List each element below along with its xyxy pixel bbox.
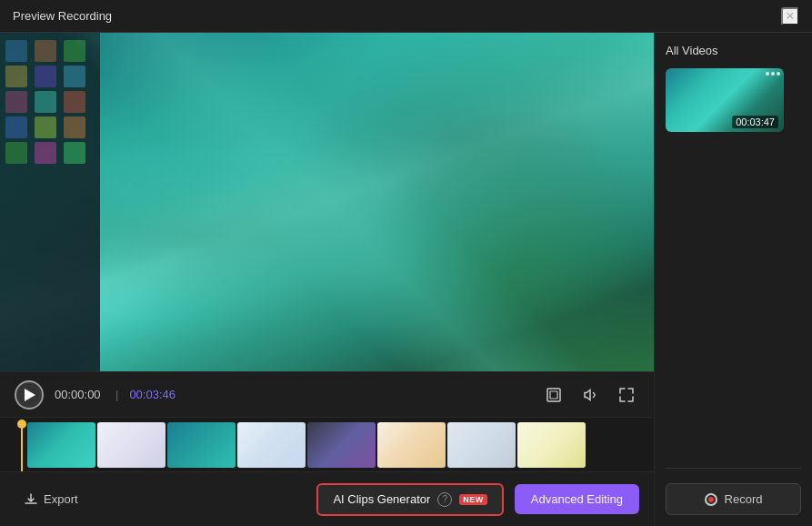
close-button[interactable]: × [781,7,799,25]
play-icon [25,389,35,401]
desktop-icons [0,33,100,171]
timeline-thumb [237,422,306,468]
help-icon: ? [437,492,452,507]
new-badge: NEW [459,494,487,505]
timeline-marker [20,418,23,471]
desktop-icon [35,40,56,62]
more-dot [777,72,780,76]
timeline-marker-head [17,420,26,429]
sidebar-spacer [666,143,801,453]
desktop-icon [5,91,27,113]
desktop-icon [35,66,56,87]
time-divider: | [115,388,118,401]
volume-button[interactable] [577,382,603,408]
timeline-thumb [167,422,236,468]
timeline-thumb [27,422,95,468]
video-card-more-icon [766,72,780,76]
record-dot [708,497,714,502]
advanced-editing-label: Advanced Editing [531,492,623,506]
fit-screen-button[interactable] [541,382,566,408]
video-controls: 00:00:00 | 00:03:46 [0,371,654,417]
window-title: Preview Recording [13,9,112,23]
all-videos-heading: All Videos [666,44,801,57]
desktop-icon [64,116,85,138]
timeline-thumbnails [0,418,586,471]
svg-rect-1 [550,391,557,399]
desktop-overlay [0,33,100,371]
video-panel: 00:00:00 | 00:03:46 [0,33,654,526]
export-button[interactable]: Export [15,487,87,512]
desktop-icon [5,66,27,87]
desktop-icon [5,142,27,164]
timeline-strip[interactable] [0,417,654,471]
more-dot [766,72,769,76]
video-card[interactable]: 00:03:47 [666,68,784,132]
svg-rect-0 [547,389,560,401]
ai-clips-button[interactable]: AI Clips Generator ? NEW [316,483,503,516]
ai-clips-label: AI Clips Generator [333,492,430,506]
fit-screen-icon [545,386,563,404]
total-time: 00:03:46 [129,388,179,401]
desktop-icon [35,91,56,113]
timeline-marker-line [21,429,23,471]
video-container[interactable] [0,33,654,371]
export-label: Export [44,492,78,506]
timeline-thumb [377,422,446,468]
desktop-icon [64,91,85,113]
bottom-bar: Export AI Clips Generator ? NEW Advanced… [0,471,654,526]
timeline-thumb [447,422,516,468]
fullscreen-icon [617,386,636,404]
video-card-duration: 00:03:47 [732,116,778,128]
record-circle-icon [705,493,717,506]
timeline-thumb [307,422,376,468]
desktop-icon [5,40,27,62]
advanced-editing-button[interactable]: Advanced Editing [515,484,639,514]
desktop-icon [35,116,56,138]
volume-icon [581,386,599,404]
record-button[interactable]: Record [666,483,801,515]
fullscreen-button[interactable] [614,382,639,408]
desktop-icon [64,66,85,87]
current-time: 00:00:00 [55,388,105,401]
export-icon [24,492,38,507]
play-button[interactable] [15,380,44,410]
more-dot [771,72,775,76]
main-layout: 00:00:00 | 00:03:46 [0,33,812,526]
desktop-icon [35,142,56,164]
sidebar-divider [666,468,801,469]
video-thumbnail [0,33,654,371]
desktop-icon [64,40,85,62]
sidebar: All Videos 00:03:47 Record [654,33,812,526]
record-label: Record [725,492,763,506]
title-bar: Preview Recording × [0,0,812,33]
desktop-icon [5,116,27,138]
timeline-thumb [97,422,165,468]
timeline-thumb [517,422,586,468]
desktop-icon [64,142,85,164]
